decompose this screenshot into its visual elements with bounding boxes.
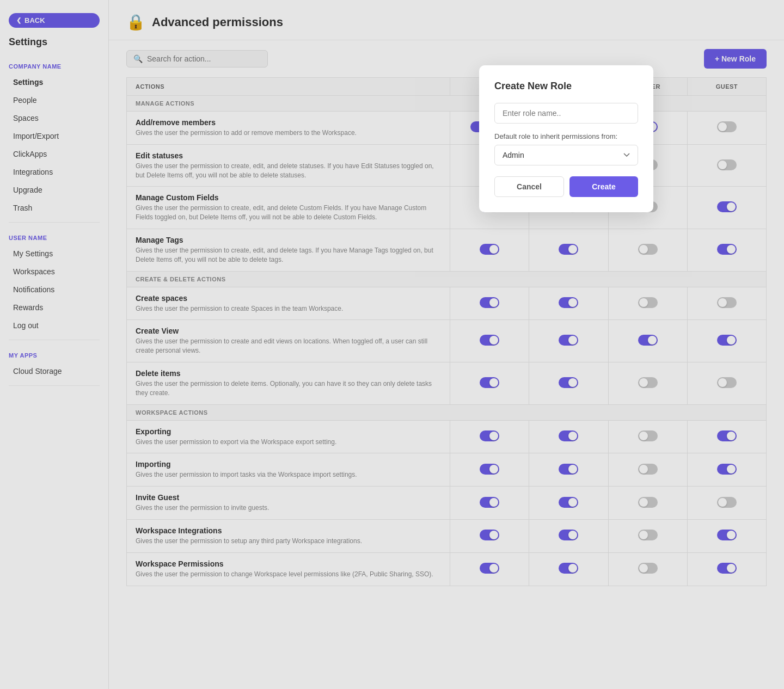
inherit-select[interactable]: AdminMemberViewerGuest: [494, 145, 638, 165]
modal-title: Create New Role: [494, 81, 638, 92]
cancel-button[interactable]: Cancel: [494, 176, 564, 197]
modal-overlay: Create New Role Default role to inherit …: [0, 0, 784, 689]
create-role-modal: Create New Role Default role to inherit …: [479, 65, 653, 212]
role-name-input[interactable]: [494, 103, 638, 124]
modal-actions: Cancel Create: [494, 176, 638, 197]
inherit-label: Default role to inherit permissions from…: [494, 132, 638, 140]
create-button[interactable]: Create: [569, 176, 638, 197]
